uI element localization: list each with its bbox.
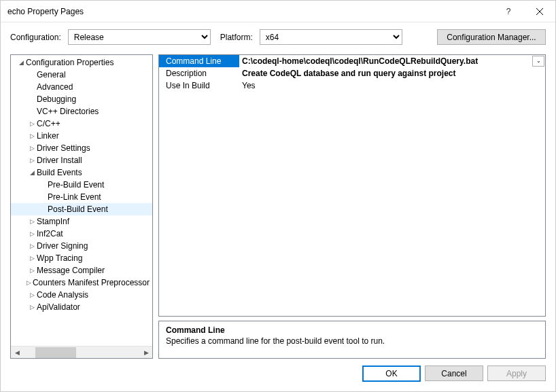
grid-row[interactable]: Use In BuildYes — [159, 79, 545, 92]
tree-node[interactable]: ▷ApiValidator — [11, 301, 152, 313]
expand-closed-icon: ▷ — [27, 132, 37, 139]
cancel-button[interactable]: Cancel — [425, 366, 483, 381]
expand-closed-icon: ▷ — [27, 267, 37, 274]
grid-property-value[interactable]: Create CodeQL database and run query aga… — [239, 67, 545, 79]
apply-button[interactable]: Apply — [487, 366, 546, 381]
expand-open-icon: ◢ — [16, 59, 26, 66]
configuration-dropdown[interactable]: Release — [68, 29, 211, 45]
tree-node[interactable]: ▷Wpp Tracing — [11, 252, 152, 264]
close-button[interactable] — [524, 1, 555, 22]
tree-node[interactable]: ▷Inf2Cat — [11, 228, 152, 240]
property-tree[interactable]: ◢Configuration Properties▷General▷Advanc… — [11, 55, 152, 346]
scroll-right-icon: ▶ — [140, 346, 152, 359]
description-title: Command Line — [166, 325, 538, 335]
close-icon — [536, 8, 543, 15]
tree-node-label: C/C++ — [37, 119, 60, 128]
grid-row[interactable]: Command LineC:\codeql-home\codeql\codeql… — [159, 55, 545, 67]
tree-node-label: VC++ Directories — [37, 107, 99, 116]
scroll-left-icon: ◀ — [11, 346, 23, 359]
expand-closed-icon: ▷ — [27, 255, 37, 262]
tree-node-label: Counters Manifest Preprocessor — [33, 278, 150, 287]
scroll-thumb[interactable] — [35, 347, 76, 358]
expand-closed-icon: ▷ — [27, 291, 37, 298]
description-panel: Command Line Specifies a command line fo… — [158, 321, 546, 359]
tree-node[interactable]: ▷Counters Manifest Preprocessor — [11, 277, 152, 289]
tree-node-label: General — [37, 70, 66, 79]
tree-node-label: Post-Build Event — [48, 204, 108, 214]
tree-node[interactable]: ▷Driver Settings — [11, 142, 152, 154]
tree-node[interactable]: ▷C/C++ — [11, 118, 152, 130]
chevron-down-icon[interactable]: ⌄ — [532, 56, 544, 67]
tree-node-label: Driver Settings — [37, 143, 90, 153]
expand-closed-icon: ▷ — [24, 279, 33, 286]
grid-property-name: Use In Build — [159, 79, 239, 92]
ok-button[interactable]: OK — [362, 366, 421, 382]
tree-node[interactable]: ▷Post-Build Event — [11, 203, 152, 215]
right-panel: Command LineC:\codeql-home\codeql\codeql… — [158, 54, 546, 359]
property-grid[interactable]: Command LineC:\codeql-home\codeql\codeql… — [158, 54, 546, 317]
tree-node[interactable]: ▷Code Analysis — [11, 289, 152, 301]
property-pages-dialog: echo Property Pages ? Configuration: Rel… — [0, 0, 556, 392]
tree-node-label: Linker — [37, 131, 59, 141]
tree-node-label: Inf2Cat — [37, 229, 63, 238]
expand-open-icon: ◢ — [27, 169, 37, 176]
grid-property-value[interactable]: C:\codeql-home\codeql\codeql\RunCodeQLRe… — [239, 55, 545, 67]
grid-property-value[interactable]: Yes — [239, 79, 545, 92]
tree-node-label: Build Events — [37, 168, 82, 177]
tree-node[interactable]: ◢Build Events — [11, 166, 152, 179]
tree-node-label: Pre-Build Event — [48, 180, 104, 190]
tree-node-label: Message Compiler — [37, 266, 105, 275]
grid-property-name: Description — [159, 67, 239, 79]
button-row: OK Cancel Apply — [1, 359, 555, 391]
platform-label: Platform: — [220, 33, 253, 42]
window-title: echo Property Pages — [7, 7, 493, 16]
tree-node[interactable]: ▷Driver Signing — [11, 240, 152, 252]
description-text: Specifies a command line for the post-bu… — [166, 336, 538, 346]
tree-node-label: Advanced — [37, 82, 73, 92]
tree-node[interactable]: ▷StampInf — [11, 215, 152, 228]
tree-node-label: Debugging — [37, 94, 76, 104]
tree-node[interactable]: ▷Debugging — [11, 93, 152, 105]
tree-node[interactable]: ▷Pre-Build Event — [11, 179, 152, 191]
tree-node-label: Code Analysis — [37, 290, 88, 300]
tree-panel: ◢Configuration Properties▷General▷Advanc… — [10, 54, 153, 359]
expand-closed-icon: ▷ — [27, 120, 37, 127]
tree-node-label: ApiValidator — [37, 302, 80, 312]
tree-node[interactable]: ▷Advanced — [11, 81, 152, 93]
tree-node[interactable]: ◢Configuration Properties — [11, 56, 152, 69]
tree-node[interactable]: ▷Message Compiler — [11, 264, 152, 277]
titlebar: echo Property Pages ? — [1, 1, 555, 22]
tree-node-label: Driver Install — [37, 156, 82, 165]
tree-node-label: Configuration Properties — [26, 58, 114, 67]
tree-node[interactable]: ▷General — [11, 69, 152, 81]
help-button[interactable]: ? — [493, 1, 524, 22]
config-row: Configuration: Release Platform: x64 Con… — [1, 22, 555, 54]
content-area: ◢Configuration Properties▷General▷Advanc… — [1, 54, 555, 359]
configuration-manager-button[interactable]: Configuration Manager... — [437, 29, 546, 45]
tree-node[interactable]: ▷Linker — [11, 130, 152, 142]
tree-node-label: Wpp Tracing — [37, 253, 82, 263]
tree-node[interactable]: ▷VC++ Directories — [11, 105, 152, 118]
expand-closed-icon: ▷ — [27, 304, 37, 310]
tree-node-label: Pre-Link Event — [48, 192, 101, 202]
tree-node-label: StampInf — [37, 217, 69, 226]
tree-node[interactable]: ▷Driver Install — [11, 154, 152, 166]
expand-closed-icon: ▷ — [27, 157, 37, 164]
horizontal-scrollbar[interactable]: ◀ ▶ — [11, 346, 152, 358]
grid-property-name: Command Line — [159, 55, 239, 67]
tree-node[interactable]: ▷Pre-Link Event — [11, 191, 152, 203]
expand-closed-icon: ▷ — [27, 145, 37, 152]
expand-closed-icon: ▷ — [27, 218, 37, 225]
configuration-label: Configuration: — [10, 33, 61, 42]
expand-closed-icon: ▷ — [27, 243, 37, 249]
platform-dropdown[interactable]: x64 — [260, 29, 402, 45]
expand-closed-icon: ▷ — [27, 230, 37, 237]
help-icon: ? — [506, 7, 511, 16]
tree-node-label: Driver Signing — [37, 241, 88, 251]
grid-row[interactable]: DescriptionCreate CodeQL database and ru… — [159, 67, 545, 79]
